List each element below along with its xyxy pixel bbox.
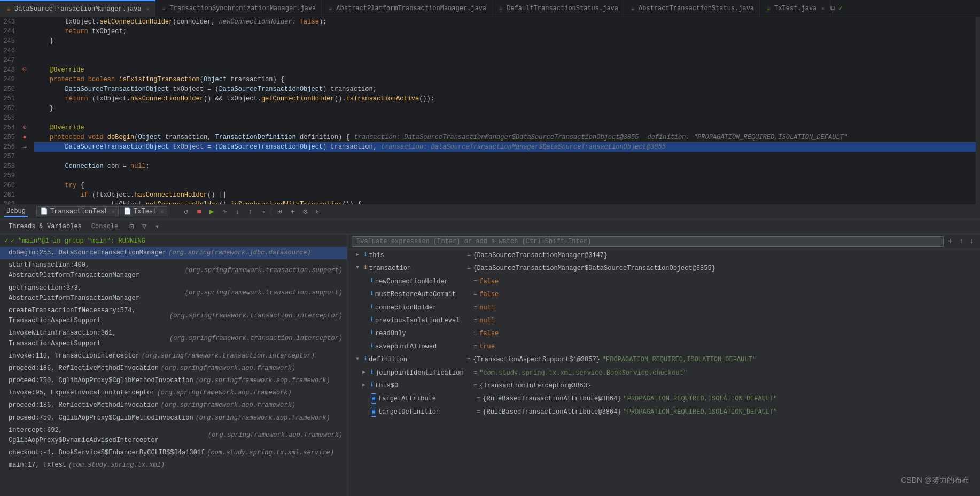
settings-btn[interactable]: ⚙ — [299, 206, 311, 218]
threads-panel: ✓ ✓ "main"@1 in group "main": RUNNING do… — [0, 234, 347, 496]
add-watch-btn[interactable]: + — [286, 206, 298, 218]
frame-main[interactable]: main:17, TxTest (com.study.spring.tx.xml… — [0, 459, 347, 471]
step-out-btn[interactable]: ↑ — [244, 206, 256, 218]
layout-btn[interactable]: ⊡ — [312, 206, 324, 218]
panel-tab-console[interactable]: Console — [87, 222, 122, 231]
debug-toolbar: Debug 📄 TransactionTest ✕ 📄 TxTest ✕ ↺ ■… — [0, 204, 980, 219]
var-newconn[interactable]: ℹ newConnectionHolder = false — [347, 275, 980, 288]
frame-proceed4[interactable]: proceed:750, CglibAopProxy$CglibMethodIn… — [0, 412, 347, 424]
frame-intercept[interactable]: intercept:692, CglibAopProxy$DynamicAdvi… — [0, 424, 347, 447]
frame-get[interactable]: getTransaction:373, AbstractPlatformTran… — [0, 282, 347, 305]
var-targetdef[interactable]: ▣ targetDefinition = {RuleBasedTransacti… — [347, 406, 980, 418]
run-cursor-btn[interactable]: ⇥ — [257, 206, 269, 218]
filter-btn[interactable]: ▽ — [138, 221, 150, 232]
frame-invoke-within[interactable]: invokeWithinTransaction:361, Transaction… — [0, 327, 347, 350]
debug-tab-main[interactable]: Debug — [4, 206, 28, 217]
add-watch-arrow-up[interactable]: ↑ — [958, 238, 966, 245]
code-lines: txObject.setConnectionHolder(conHolder, … — [30, 17, 980, 204]
tab-label-6: TxTest.java — [774, 5, 816, 12]
expand-icon-2: ▼ — [356, 263, 362, 272]
tab-label-2: TransactionSynchronizationManager.java — [170, 5, 316, 12]
panel-tab-threads[interactable]: Threads & Variables — [4, 222, 86, 231]
var-connholder[interactable]: ℹ connectionHolder = null — [347, 301, 980, 314]
tab-sync[interactable]: ☕ TransactionSynchronizationManager.java — [155, 0, 322, 17]
tab-close-datasource[interactable]: ✕ — [146, 6, 150, 12]
watermark: CSDN @努力的布布 — [901, 476, 969, 485]
bottom-panel: ✓ ✓ "main"@1 in group "main": RUNNING do… — [0, 234, 980, 496]
frame-proceed3[interactable]: proceed:186, ReflectiveMethodInvocation … — [0, 399, 347, 412]
frame-proceed2[interactable]: proceed:750, CglibAopProxy$CglibMethodIn… — [0, 375, 347, 387]
tab-abstract-status[interactable]: ☕ AbstractTransactionStatus.java — [624, 0, 760, 17]
var-icon: ℹ — [364, 250, 367, 259]
rerun-btn[interactable]: ↺ — [180, 206, 192, 218]
debug-session-txtest[interactable]: 📄 TxTest ✕ — [120, 206, 167, 216]
var-this[interactable]: ▶ ℹ this = {DataSourceTransactionManager… — [347, 249, 980, 262]
code-editor: 243 244 245 246 247 248 249 250 251 252 … — [0, 17, 980, 204]
gutter: ⊙ ⊙ ● → — [19, 17, 30, 204]
tab-label-5: AbstractTransactionStatus.java — [639, 5, 754, 12]
var-readonly[interactable]: ℹ readOnly = false — [347, 327, 980, 340]
tab-default-status[interactable]: ☕ DefaultTransactionStatus.java — [492, 0, 624, 17]
session-close-1[interactable]: ✕ — [112, 208, 115, 215]
split-editor-icon[interactable]: ⧉ — [830, 5, 835, 12]
line-numbers: 243 244 245 246 247 248 249 250 251 252 … — [0, 17, 19, 204]
frame-label: doBegin:255, DataSourceTransactionManage… — [9, 248, 166, 258]
tab-label: DataSourceTransactionManager.java — [14, 5, 142, 13]
tab-label-3: AbstractPlatformTransactionManager.java — [336, 5, 486, 12]
tab-bar: ☕ DataSourceTransactionManager.java ✕ ☕ … — [0, 0, 980, 17]
tab-abstract-platform[interactable]: ☕ AbstractPlatformTransactionManager.jav… — [322, 0, 492, 17]
stop-btn[interactable]: ■ — [193, 206, 205, 218]
java-icon-5: ☕ — [629, 5, 636, 12]
java-icon-4: ☕ — [497, 5, 504, 12]
expression-input[interactable] — [352, 236, 944, 247]
editor-scrollbar[interactable] — [976, 17, 980, 204]
var-this0[interactable]: ▶ ℹ this$0 = {TransactionInterceptor@386… — [347, 379, 980, 392]
frame-proceed1[interactable]: proceed:186, ReflectiveMethodInvocation … — [0, 362, 347, 375]
java-icon: ☕ — [5, 6, 12, 12]
frame-pkg: (org.springframework.jdbc.datasource) — [168, 248, 310, 258]
panel-toolbar: Threads & Variables Console ⊡ ▽ ▾ — [0, 219, 980, 234]
filter-dropdown-btn[interactable]: ▾ — [151, 221, 163, 232]
tab-label-4: DefaultTransactionStatus.java — [507, 5, 618, 12]
restore-tab-btn[interactable]: ⊡ — [126, 221, 137, 232]
java-icon-6: ☕ — [765, 5, 772, 12]
add-watch-icon[interactable]: + — [946, 237, 955, 246]
debug-session-transaction[interactable]: 📄 TransactionTest ✕ — [36, 206, 119, 216]
frame-expose[interactable]: invoke:95, ExposeInvocationInterceptor (… — [0, 387, 347, 399]
var-mustrestore[interactable]: ℹ mustRestoreAutoCommit = false — [347, 288, 980, 301]
sep1 — [271, 207, 271, 216]
var-joinpoint[interactable]: ▶ ℹ joinpointIdentification = "com.study… — [347, 367, 980, 379]
thread-status-text: ✓ "main"@1 in group "main": RUNNING — [11, 237, 145, 245]
var-previso[interactable]: ℹ previousIsolationLevel = null — [347, 314, 980, 327]
tab-datasource[interactable]: ☕ DataSourceTransactionManager.java ✕ — [0, 0, 155, 17]
file-icon-2: 📄 — [123, 207, 131, 215]
java-icon-3: ☕ — [327, 5, 333, 12]
checkmark-icon: ✓ — [838, 4, 842, 12]
frame-invoke[interactable]: invoke:118, TransactionInterceptor (org.… — [0, 350, 347, 362]
thread-status: ✓ ✓ "main"@1 in group "main": RUNNING — [0, 234, 347, 247]
java-icon-2: ☕ — [161, 5, 167, 12]
var-icon-2: ℹ — [364, 263, 367, 272]
step-over-btn[interactable]: ↷ — [219, 206, 230, 218]
tab-close-txtest[interactable]: ✕ — [821, 5, 825, 12]
file-icon: 📄 — [40, 207, 48, 215]
frame-dobegin[interactable]: doBegin:255, DataSourceTransactionManage… — [0, 247, 347, 259]
var-transaction[interactable]: ▼ ℹ transaction = {DataSourceTransaction… — [347, 262, 980, 275]
variables-panel: + ↑ ↓ ▶ ℹ this = {DataSourceTransactionM… — [347, 234, 980, 496]
tab-txtest[interactable]: ☕ TxTest.java ✕ — [760, 0, 830, 17]
frame-create[interactable]: createTransactionIfNecessary:574, Transa… — [0, 305, 347, 327]
step-into-btn[interactable]: ↓ — [231, 206, 243, 218]
var-toolbar: + ↑ ↓ — [347, 234, 980, 249]
add-watch-arrow-down[interactable]: ↓ — [968, 238, 976, 245]
session-close-2[interactable]: ✕ — [160, 208, 164, 215]
frame-start[interactable]: startTransaction:400, AbstractPlatformTr… — [0, 259, 347, 282]
var-definition[interactable]: ▼ ℹ definition = {TransactionAspectSuppo… — [347, 353, 980, 366]
evaluate-btn[interactable]: ⊞ — [274, 206, 285, 218]
top-bar-actions: ⧉ ✓ — [830, 4, 844, 12]
expand-icon: ▶ — [356, 250, 362, 259]
var-targetattr[interactable]: ▣ targetAttribute = {RuleBasedTransactio… — [347, 392, 980, 405]
resume-btn[interactable]: ▶ — [206, 206, 217, 218]
var-savepoint[interactable]: ℹ savepointAllowed = true — [347, 340, 980, 353]
frame-checkout[interactable]: checkout:-1, BookService$$EnhancerByCGLI… — [0, 447, 347, 459]
